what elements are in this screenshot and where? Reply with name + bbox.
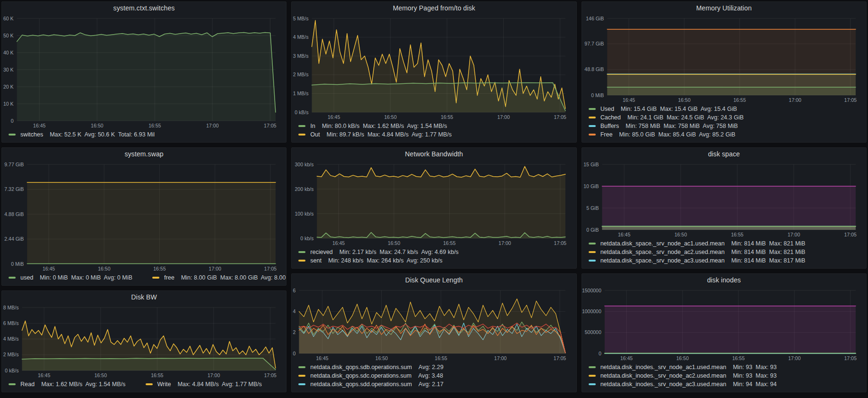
legend-row: FreeMin: 85.0 GiB Max: 85.4 GiB Avg: 85.… bbox=[589, 131, 864, 138]
y-axis-label: 0 MiB bbox=[591, 92, 604, 98]
legend-series-name[interactable]: Used bbox=[600, 106, 614, 112]
chart-svg: 0 MiB48.8 GiB97.7 GiB146 GiB16:4516:5016… bbox=[582, 15, 866, 105]
chart-area[interactable]: 0 GiB5 GiB10 GiB15 GiB16:4516:5016:5517:… bbox=[582, 161, 866, 239]
legend-item[interactable]: netdata.disk_inodes._srv_node_ac1.used.m… bbox=[589, 364, 777, 371]
chart-area[interactable]: 0 MiB2.44 GiB4.88 GiB7.32 GiB9.77 GiB16:… bbox=[2, 161, 286, 273]
legend-series-name[interactable]: Out bbox=[310, 131, 320, 138]
chart-area[interactable]: 0 kb/s100 kb/s200 kb/s300 kb/s16:4516:50… bbox=[292, 161, 576, 248]
panel-title[interactable]: system.swap bbox=[2, 148, 286, 161]
legend-series-name[interactable]: netdata.disk_inodes._srv_node_ac3.used.m… bbox=[600, 381, 726, 388]
panel-network-bandwidth: Network Bandwidth 0 kb/s100 kb/s200 kb/s… bbox=[291, 147, 576, 269]
legend-item[interactable]: OutMin: 89.7 kB/s Max: 4.84 MB/s Avg: 1.… bbox=[298, 131, 452, 138]
legend-item[interactable]: WriteMax: 4.84 MB/s Avg: 1.77 MB/s bbox=[146, 381, 262, 388]
legend-series-name[interactable]: netdata.disk_space._srv_node_ac2.used.me… bbox=[600, 249, 725, 255]
legend-series-name[interactable]: sent bbox=[310, 257, 322, 264]
legend-item[interactable]: CachedMin: 24.1 GiB Max: 24.5 GiB Avg: 2… bbox=[589, 114, 744, 121]
legend-series-name[interactable]: netdata.disk_space._srv_node_ac3.used.me… bbox=[600, 257, 725, 264]
legend-series-name[interactable]: Cached bbox=[600, 114, 621, 121]
series-swatch-icon bbox=[589, 260, 596, 262]
legend-item[interactable]: ReadMax: 1.62 MB/s Avg: 1.54 MB/s bbox=[9, 381, 126, 388]
x-axis-label: 16:45 bbox=[618, 232, 630, 237]
legend-series-stats: Min: 814 MiB Max: 817 MiB bbox=[731, 257, 805, 264]
legend-item[interactable]: recievedMin: 2.17 kb/s Max: 24.7 kb/s Av… bbox=[298, 249, 459, 255]
series-swatch-icon bbox=[589, 108, 596, 110]
y-axis-label: 200 kb/s bbox=[295, 186, 314, 192]
x-axis-label: 16:55 bbox=[441, 114, 453, 120]
y-axis-label: 4 MB/s bbox=[293, 34, 309, 40]
y-axis-label: 0 bbox=[293, 351, 296, 356]
legend-item[interactable]: FreeMin: 85.0 GiB Max: 85.4 GiB Avg: 85.… bbox=[589, 131, 736, 138]
legend-row: CachedMin: 24.1 GiB Max: 24.5 GiB Avg: 2… bbox=[589, 114, 864, 121]
legend-series-name[interactable]: netdata.disk_inodes._srv_node_ac1.used.m… bbox=[600, 364, 726, 371]
legend-row: netdata.disk_qops.sdc.operations.sumAvg:… bbox=[298, 372, 574, 379]
chart-area[interactable]: 024616:4516:5016:5517:0017:05 bbox=[292, 287, 576, 363]
chart-area[interactable]: 05000001000000150000016:4516:5016:5517:0… bbox=[582, 287, 866, 363]
legend-item[interactable]: netdata.disk_space._srv_node_ac3.used.me… bbox=[589, 257, 805, 264]
x-axis-label: 17:05 bbox=[264, 266, 277, 271]
x-axis-label: 17:05 bbox=[264, 123, 276, 128]
panel-disk-inodes: disk inodes 05000001000000150000016:4516… bbox=[582, 273, 867, 392]
legend-item[interactable]: usedMin: 0 MiB Max: 0 MiB Avg: 0 MiB bbox=[9, 274, 132, 281]
x-axis-label: 16:55 bbox=[153, 266, 166, 271]
panel-title[interactable]: Disk Queue Length bbox=[292, 274, 576, 287]
panel-title[interactable]: Memory Paged from/to disk bbox=[292, 2, 576, 15]
legend-series-name[interactable]: Write bbox=[157, 381, 171, 388]
panel-title[interactable]: system.ctxt.switches bbox=[2, 2, 286, 15]
legend-item[interactable]: netdata.disk_inodes._srv_node_ac2.used.m… bbox=[589, 372, 777, 379]
legend-series-name[interactable]: used bbox=[20, 274, 33, 281]
legend-series-name[interactable]: netdata.disk_qops.sdd.operations.sum bbox=[310, 381, 412, 388]
legend-series-name[interactable]: In bbox=[310, 123, 315, 129]
x-axis-label: 16:50 bbox=[94, 372, 107, 378]
x-axis-label: 17:00 bbox=[207, 372, 220, 378]
x-axis-label: 16:55 bbox=[443, 240, 456, 246]
chart-area[interactable]: 0 kB/s2 MB/s4 MB/s6 MB/s8 MB/s16:4516:50… bbox=[2, 304, 286, 380]
legend: recievedMin: 2.17 kb/s Max: 24.7 kb/s Av… bbox=[292, 248, 576, 268]
chart-area[interactable]: 0 MiB48.8 GiB97.7 GiB146 GiB16:4516:5016… bbox=[582, 15, 866, 105]
y-axis-label: 1000000 bbox=[582, 308, 601, 314]
legend: netdata.disk_qops.sdb.operations.sumAvg:… bbox=[292, 363, 576, 392]
legend-series-name[interactable]: Free bbox=[600, 131, 613, 138]
series-fill-free bbox=[27, 182, 276, 264]
y-axis-label: 300 kb/s bbox=[295, 162, 314, 167]
legend-item[interactable]: BuffersMin: 758 MiB Max: 758 MiB Avg: 75… bbox=[589, 123, 738, 129]
legend-item[interactable]: switchesMax: 52.5 K Avg: 50.6 K Total: 6… bbox=[9, 131, 155, 138]
legend-series-name[interactable]: netdata.disk_qops.sdc.operations.sum bbox=[310, 372, 411, 379]
legend-series-name[interactable]: recieved bbox=[310, 249, 332, 255]
x-axis-label: 16:45 bbox=[328, 114, 340, 120]
panel-title[interactable]: disk space bbox=[582, 148, 866, 161]
legend-item[interactable]: sentMin: 248 kb/s Max: 264 kb/s Avg: 250… bbox=[298, 257, 443, 264]
legend-row: switchesMax: 52.5 K Avg: 50.6 K Total: 6… bbox=[9, 131, 284, 138]
legend-item[interactable]: UsedMin: 15.4 GiB Max: 15.4 GiB Avg: 15.… bbox=[589, 106, 737, 112]
legend-item[interactable]: netdata.disk_space._srv_node_ac1.used.me… bbox=[589, 240, 805, 247]
legend-series-name[interactable]: Buffers bbox=[600, 123, 619, 129]
chart-area[interactable]: 0 kB/s1 MB/s2 MB/s3 MB/s4 MB/s5 MB/s16:4… bbox=[292, 15, 576, 122]
x-axis-label: 16:50 bbox=[98, 266, 110, 271]
legend-series-stats: Min: 80.0 kB/s Max: 1.62 MB/s Avg: 1.54 … bbox=[322, 123, 447, 129]
panel-title[interactable]: Disk BW bbox=[2, 291, 286, 304]
panel-disk-bw: Disk BW 0 kB/s2 MB/s4 MB/s6 MB/s8 MB/s16… bbox=[1, 290, 286, 392]
panel-title[interactable]: Network Bandwidth bbox=[292, 148, 576, 161]
panel-title[interactable]: Memory Utilization bbox=[582, 2, 866, 15]
legend-item[interactable]: netdata.disk_qops.sdd.operations.sumAvg:… bbox=[298, 381, 443, 388]
series-swatch-icon bbox=[9, 277, 16, 279]
legend-item[interactable]: netdata.disk_space._srv_node_ac2.used.me… bbox=[589, 249, 805, 255]
y-axis-label: 5 GiB bbox=[586, 205, 599, 211]
legend-item[interactable]: freeMin: 8.00 GiB Max: 8.00 GiB Avg: 8.0… bbox=[152, 274, 286, 281]
legend-series-name[interactable]: Read bbox=[20, 381, 35, 388]
legend-item[interactable]: netdata.disk_inodes._srv_node_ac3.used.m… bbox=[589, 381, 777, 388]
series-fill-unlabeled-magenta-total bbox=[602, 186, 856, 230]
legend-series-stats: Min: 814 MiB Max: 821 MiB bbox=[731, 240, 805, 247]
legend-series-name[interactable]: netdata.disk_qops.sdb.operations.sum bbox=[310, 364, 412, 371]
legend-series-name[interactable]: switches bbox=[20, 131, 43, 138]
legend-row: recievedMin: 2.17 kb/s Max: 24.7 kb/s Av… bbox=[298, 249, 574, 255]
chart-area[interactable]: 010 K20 K30 K40 K50 K60 K16:4516:5016:55… bbox=[2, 15, 286, 130]
legend-series-stats: Avg: 2.17 bbox=[418, 381, 443, 388]
panel-title[interactable]: disk inodes bbox=[582, 274, 866, 287]
series-fill-sent bbox=[317, 166, 566, 238]
legend-series-name[interactable]: netdata.disk_inodes._srv_node_ac2.used.m… bbox=[600, 372, 726, 379]
legend-item[interactable]: netdata.disk_qops.sdb.operations.sumAvg:… bbox=[298, 364, 443, 371]
legend-item[interactable]: InMin: 80.0 kB/s Max: 1.62 MB/s Avg: 1.5… bbox=[298, 123, 447, 129]
legend-item[interactable]: netdata.disk_qops.sdc.operations.sumAvg:… bbox=[298, 372, 443, 379]
legend-series-name[interactable]: netdata.disk_space._srv_node_ac1.used.me… bbox=[600, 240, 725, 247]
legend-series-name[interactable]: free bbox=[164, 274, 175, 281]
